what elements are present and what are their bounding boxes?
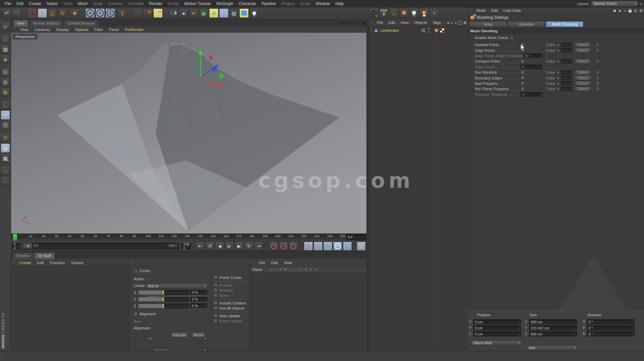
option-checkbox[interactable] [214, 283, 217, 287]
expand-icon[interactable]: ▸ [448, 21, 450, 25]
attribute-tab[interactable]: Quantize [508, 21, 545, 27]
viewport-tab[interactable]: View [13, 20, 29, 27]
drag-handle[interactable] [131, 261, 134, 264]
previous-key-button[interactable]: ↺ [205, 242, 214, 251]
undo-button[interactable]: ↶ [2, 8, 11, 18]
color-expand-icon[interactable]: ▸ [558, 71, 559, 74]
execute-button[interactable]: Execute [171, 332, 188, 338]
enable-mesh-check-checkbox[interactable] [510, 36, 514, 40]
panel-menu-item[interactable]: Create [16, 261, 34, 265]
model-mode-button[interactable]: □ [1, 34, 10, 44]
add-mograph-button[interactable]: ✿ [209, 8, 218, 18]
coordinate-field[interactable]: 600 cm↕ [529, 331, 577, 336]
redo-button[interactable]: ↷ [12, 8, 22, 18]
camera-label[interactable]: Perspective [13, 34, 37, 39]
filter-icon[interactable]: ◯ [458, 21, 462, 25]
reset-psr-button[interactable]: PSR 0 [379, 8, 389, 17]
next-key-button[interactable]: ↻ [244, 242, 253, 251]
viewport-menu-item[interactable]: View [17, 28, 32, 32]
lock-icon[interactable] [629, 10, 632, 12]
scale-tool[interactable]: ◱ [48, 8, 57, 18]
workplane-lock-button[interactable]: ▦ [1, 143, 10, 153]
action-dropdown[interactable]: Axis to [146, 283, 207, 288]
viewport-move-icon[interactable]: ✚ [340, 21, 346, 26]
color-expand-icon[interactable]: ▸ [558, 87, 559, 91]
center-axis-button[interactable] [399, 8, 409, 17]
panel-menu-item[interactable]: View [281, 261, 295, 265]
lower-tab[interactable]: Timeline [12, 252, 33, 259]
attribute-menu-item[interactable]: Edit [489, 8, 501, 12]
search-icon[interactable]: ⌕ [451, 20, 453, 25]
color-expand-icon[interactable]: ▸ [558, 60, 559, 63]
menu-item[interactable]: Snap [90, 1, 105, 6]
color-swatch[interactable] [561, 59, 572, 64]
row-checkbox[interactable] [521, 87, 524, 91]
layer-icon[interactable] [421, 28, 426, 33]
visibility-dots-icon[interactable]: ●● [428, 27, 430, 34]
panel-menu-item[interactable]: Texture [68, 261, 86, 265]
delete-axis-button[interactable]: × [430, 8, 439, 17]
select-button[interactable]: Select [574, 75, 591, 80]
workplane-mode-button[interactable]: ◈ [1, 55, 10, 64]
add-camera-button[interactable] [239, 8, 249, 18]
menu-item[interactable]: Tools [60, 1, 75, 6]
stepper-icon[interactable]: ↕ [363, 236, 364, 239]
texture-tag-icon[interactable] [440, 28, 444, 33]
color-expand-icon[interactable]: ▸ [558, 49, 559, 52]
phong-tag-icon[interactable] [435, 29, 438, 32]
column-header[interactable]: L [288, 267, 293, 272]
option-checkbox[interactable] [214, 301, 217, 305]
attribute-tab[interactable]: Snap [469, 21, 507, 27]
coordinate-field[interactable]: 0 °↕ [587, 331, 635, 336]
panel-menu-item[interactable]: Edit [34, 261, 47, 265]
keyframe-options-button[interactable]: ? [289, 242, 298, 251]
select-button[interactable]: Select [574, 59, 591, 64]
edges-mode-button[interactable]: ⊟ [1, 77, 10, 87]
color-expand-icon[interactable]: ▸ [558, 76, 559, 80]
z-axis-lock[interactable]: Z [106, 8, 115, 18]
select-button[interactable]: Select [574, 70, 591, 75]
coordinate-field[interactable]: 0 cm↕ [473, 319, 521, 324]
new-panel-icon[interactable]: ⊞ [640, 8, 643, 13]
menu-item[interactable]: Edit [14, 1, 26, 6]
axis-slider[interactable] [138, 303, 189, 309]
coordinate-field[interactable]: 0 °↕ [587, 325, 635, 330]
row-value-field[interactable]: 6↕ [521, 65, 542, 69]
frame-range-slider[interactable]: ◀ 0 F 249 F [23, 243, 179, 250]
row-checkbox[interactable] [521, 60, 524, 63]
last-used-tool[interactable]: ✚ [70, 8, 79, 18]
select-button[interactable]: Select [574, 42, 591, 47]
divider[interactable] [250, 259, 250, 351]
menu-item[interactable]: Mesh [75, 1, 90, 6]
object-axis-mode-button[interactable]: ∟ [1, 100, 10, 110]
option-checkbox[interactable] [214, 288, 217, 292]
add-light-button[interactable] [249, 8, 259, 18]
row-value-field[interactable]: 0 °↕ [521, 92, 542, 97]
coordinate-field[interactable]: 0 cm↕ [473, 325, 521, 330]
rotate-tool[interactable]: ↻ [58, 8, 67, 18]
select-button[interactable]: Select [574, 48, 591, 53]
color-swatch[interactable] [561, 48, 572, 52]
drag-handle[interactable] [252, 261, 255, 264]
lower-tab[interactable]: 3D Stuff [34, 252, 55, 259]
column-header[interactable]: S [268, 267, 273, 272]
axis-slider[interactable] [138, 297, 189, 302]
x-axis-lock[interactable]: X [85, 8, 95, 18]
menu-item[interactable]: Script [297, 1, 313, 6]
option-checkbox[interactable] [214, 314, 217, 318]
object-manager-menu-item[interactable]: View [398, 21, 411, 25]
goto-start-button[interactable]: ⇤ [196, 242, 205, 251]
timeline-layout-button[interactable]: ▤ [357, 242, 366, 251]
menu-item[interactable]: Plugins [279, 1, 297, 6]
option-checkbox[interactable] [214, 293, 217, 297]
viewport-menu-item[interactable]: ProRender [122, 28, 147, 32]
alignment-checkbox[interactable] [134, 312, 137, 316]
menu-item[interactable]: Pipeline [259, 1, 279, 6]
coordinate-mode-dropdown[interactable]: Object (Rel) [471, 340, 522, 345]
key-pla-button[interactable]: ∷ [343, 242, 352, 251]
color-expand-icon[interactable]: ▸ [558, 82, 559, 85]
coordinate-field[interactable]: 0 cm↕ [473, 331, 521, 336]
coordinate-system-toggle[interactable]: ↥ [118, 8, 127, 18]
current-frame-field[interactable]: 0 F↕ [12, 243, 20, 249]
live-selection-tool[interactable]: ➤ [28, 8, 37, 18]
